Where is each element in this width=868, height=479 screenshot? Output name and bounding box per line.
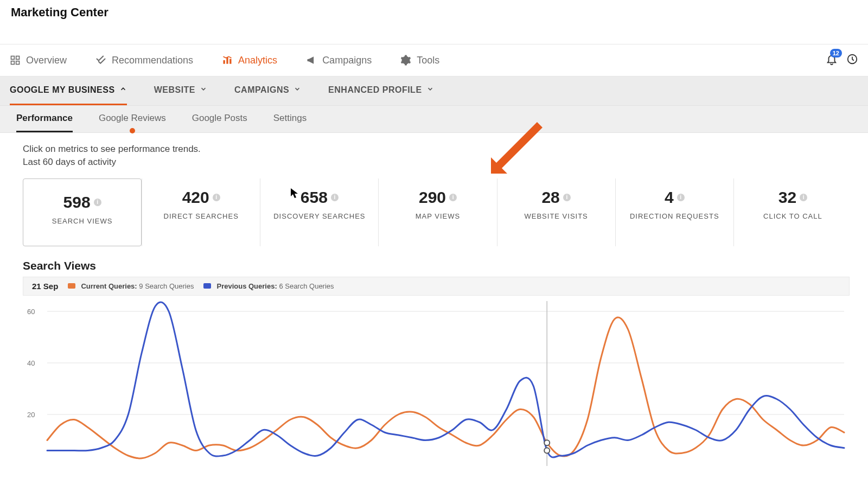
nav-label: Campaigns (322, 55, 372, 66)
metric-label: WEBSITE VISITS (503, 212, 610, 220)
swatch-orange-icon (68, 283, 75, 289)
tab-label: Performance (16, 113, 73, 124)
svg-rect-2 (11, 61, 15, 65)
chevron-down-icon (426, 85, 434, 95)
bars-icon (222, 55, 233, 66)
info-icon[interactable]: i (800, 194, 807, 201)
subtab-label: ENHANCED PROFILE (328, 85, 422, 95)
metric-label: DIRECTION REQUESTS (621, 212, 728, 220)
metric-value: 658 (301, 188, 328, 207)
subtab-website[interactable]: WEBSITE (154, 76, 207, 105)
indicator-dot-icon (130, 128, 135, 133)
tab-google-posts[interactable]: Google Posts (192, 106, 247, 132)
gear-icon (400, 55, 411, 66)
chart-title: Search Views (23, 259, 852, 272)
svg-rect-0 (11, 56, 15, 60)
chevron-down-icon (293, 85, 301, 95)
subtab-label: WEBSITE (154, 85, 195, 95)
info-icon[interactable]: i (563, 194, 571, 201)
metric-label: DIRECT SEARCHES (148, 212, 254, 220)
info-icon[interactable]: i (449, 194, 457, 201)
tab-performance[interactable]: Performance (16, 106, 73, 132)
metric-card[interactable]: 32iCLICK TO CALL (733, 178, 852, 246)
legend-previous-label: Previous Queries: (216, 282, 277, 290)
subtab-label: GOOGLE MY BUSINESS (10, 85, 115, 95)
legend-previous-value: 6 Search Queries (279, 282, 334, 290)
chevron-down-icon (200, 85, 207, 95)
nav-campaigns[interactable]: Campaigns (306, 44, 387, 76)
info-icon[interactable]: i (213, 194, 220, 201)
metric-label: SEARCH VIEWS (29, 217, 136, 225)
subtab-campaigns[interactable]: CAMPAIGNS (234, 76, 301, 105)
metric-card[interactable]: 598iSEARCH VIEWS (23, 178, 142, 246)
y-axis-tick: 40 (27, 359, 35, 367)
megaphone-icon (306, 55, 317, 66)
metric-label: CLICK TO CALL (739, 212, 846, 220)
hint-line: Last 60 days of activity (23, 156, 852, 169)
nav-label: Analytics (238, 55, 277, 66)
check-icon (95, 55, 106, 66)
metric-value: 420 (182, 188, 209, 207)
metric-label: DISCOVERY SEARCHES (266, 212, 373, 220)
metrics-row: 598iSEARCH VIEWS420iDIRECT SEARCHES658iD… (23, 178, 852, 246)
history-button[interactable] (846, 53, 858, 67)
metric-card[interactable]: 4iDIRECTION REQUESTS (615, 178, 733, 246)
legend-current-value: 9 Search Queries (139, 282, 194, 290)
metric-card[interactable]: 658iDISCOVERY SEARCHES (260, 178, 378, 246)
notifications-badge: 12 (830, 49, 842, 58)
tab-label: Settings (273, 113, 307, 124)
hint-text: Click on metrics to see performance tren… (23, 143, 852, 169)
tertiary-nav: Performance Google Reviews Google Posts … (0, 106, 868, 133)
metric-card[interactable]: 420iDIRECT SEARCHES (142, 178, 260, 246)
svg-point-13 (544, 448, 550, 453)
top-nav: Overview Recommendations Analytics Campa… (0, 44, 868, 76)
tab-settings[interactable]: Settings (273, 106, 307, 132)
nav-recommendations[interactable]: Recommendations (95, 44, 208, 76)
nav-tools[interactable]: Tools (400, 44, 455, 76)
tab-label: Google Posts (192, 113, 247, 124)
svg-point-12 (544, 440, 550, 445)
svg-rect-6 (229, 59, 231, 64)
page-title: Marketing Center (0, 0, 868, 44)
nav-label: Overview (26, 55, 67, 66)
nav-overview[interactable]: Overview (10, 44, 82, 76)
legend-date: 21 Sep (32, 282, 58, 291)
nav-label: Recommendations (112, 55, 193, 66)
info-icon[interactable]: i (94, 199, 101, 206)
metric-card[interactable]: 290iMAP VIEWS (378, 178, 496, 246)
subtab-google-my-business[interactable]: GOOGLE MY BUSINESS (10, 76, 127, 105)
subtab-enhanced-profile[interactable]: ENHANCED PROFILE (328, 76, 433, 105)
nav-label: Tools (417, 55, 439, 66)
chevron-up-icon (119, 85, 127, 95)
svg-rect-5 (226, 58, 228, 64)
subtab-label: CAMPAIGNS (234, 85, 289, 95)
metric-value: 598 (63, 193, 91, 212)
grid-icon (10, 55, 21, 66)
notifications-button[interactable]: 12 (826, 53, 838, 67)
metric-value: 32 (778, 188, 796, 207)
info-icon[interactable]: i (331, 194, 339, 201)
metric-card[interactable]: 28iWEBSITE VISITS (497, 178, 615, 246)
metric-value: 290 (419, 188, 446, 207)
legend-current-label: Current Queries: (81, 282, 137, 290)
y-axis-tick: 20 (27, 410, 35, 418)
nav-analytics[interactable]: Analytics (222, 44, 292, 76)
metric-label: MAP VIEWS (384, 212, 491, 220)
info-icon[interactable]: i (677, 194, 685, 201)
tab-google-reviews[interactable]: Google Reviews (99, 106, 166, 132)
y-axis-tick: 60 (27, 307, 35, 315)
metric-value: 28 (541, 188, 559, 207)
metric-value: 4 (665, 188, 674, 207)
svg-rect-3 (16, 61, 20, 65)
hint-line: Click on metrics to see performance tren… (23, 143, 852, 156)
sub-nav: GOOGLE MY BUSINESS WEBSITE CAMPAIGNS ENH… (0, 76, 868, 106)
swatch-blue-icon (203, 283, 211, 289)
svg-rect-4 (224, 60, 225, 64)
chart-legend: 21 Sep Current Queries: 9 Search Queries… (23, 277, 850, 296)
svg-rect-1 (16, 56, 20, 60)
chart-area[interactable]: 204060 (23, 296, 850, 469)
tab-label: Google Reviews (99, 113, 166, 124)
